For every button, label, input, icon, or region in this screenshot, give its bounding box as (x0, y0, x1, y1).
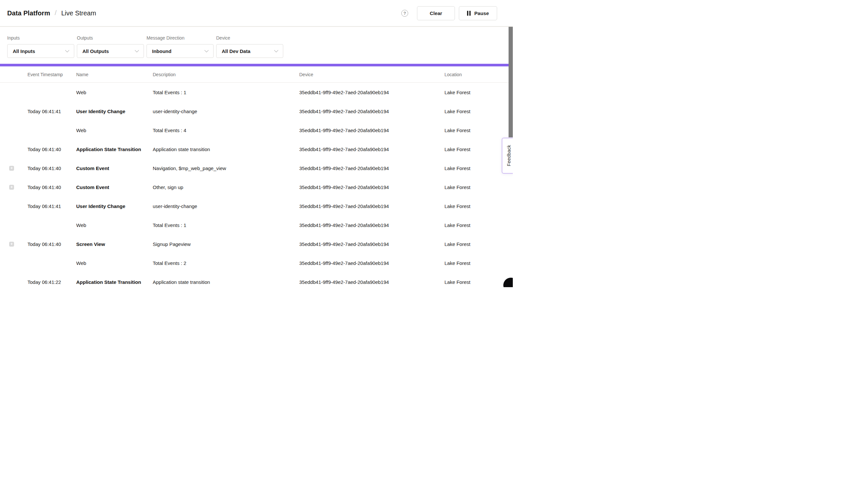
feedback-tab[interactable]: Feedback (502, 138, 513, 174)
event-device-id: 35eddb41-9ff9-49e2-7aed-20afa90eb194 (299, 147, 444, 152)
chevron-down-icon (65, 48, 69, 52)
filter-dropdown-message-direction[interactable]: Inbound (147, 44, 214, 58)
scrollbar-thumb[interactable] (508, 27, 513, 138)
event-name: Web (76, 90, 153, 95)
event-timestamp: Today 06:41:40 (28, 184, 76, 190)
event-name: Screen View (76, 241, 153, 247)
event-location: Lake Forest (444, 260, 513, 266)
event-device-id: 35eddb41-9ff9-49e2-7aed-20afa90eb194 (299, 260, 444, 266)
event-description: Total Events : 1 (153, 222, 299, 228)
event-description: user-identity-change (153, 204, 299, 209)
table-row: +Today 06:41:40Custom EventOther, sign u… (0, 178, 513, 196)
event-device-id: 35eddb41-9ff9-49e2-7aed-20afa90eb194 (299, 279, 444, 285)
table-body: WebTotal Events : 135eddb41-9ff9-49e2-7a… (0, 83, 513, 287)
page-title: Live Stream (61, 9, 96, 17)
table-row: WebTotal Events : 135eddb41-9ff9-49e2-7a… (0, 215, 513, 235)
expand-cell: + (0, 242, 28, 247)
filter-group-outputs: OutputsAll Outputs (77, 35, 144, 58)
breadcrumb-data-platform[interactable]: Data Platform (7, 9, 50, 17)
expand-cell: + (0, 185, 28, 190)
event-timestamp: Today 06:41:22 (28, 279, 76, 285)
filter-dropdown-device[interactable]: All Dev Data (216, 44, 283, 58)
event-location: Lake Forest (444, 184, 513, 190)
event-device-id: 35eddb41-9ff9-49e2-7aed-20afa90eb194 (299, 90, 444, 95)
page-header: Data Platform / Live Stream ? Clear Paus… (0, 0, 513, 27)
column-header-description: Description (153, 72, 299, 77)
event-timestamp: Today 06:41:41 (28, 204, 76, 209)
table-row: WebTotal Events : 135eddb41-9ff9-49e2-7a… (0, 83, 513, 102)
filter-label-outputs: Outputs (77, 35, 144, 41)
event-name: Application State Transition (76, 147, 153, 152)
event-device-id: 35eddb41-9ff9-49e2-7aed-20afa90eb194 (299, 241, 444, 247)
table-row: Today 06:41:22Application State Transiti… (0, 272, 513, 287)
table-header-row: Event TimestampNameDescriptionDeviceLoca… (0, 66, 513, 83)
table-row: Today 06:41:41User Identity Changeuser-i… (0, 196, 513, 215)
event-device-id: 35eddb41-9ff9-49e2-7aed-20afa90eb194 (299, 127, 444, 133)
filter-group-message-direction: Message DirectionInbound (147, 35, 214, 58)
filter-value-outputs: All Outputs (83, 49, 109, 54)
chevron-down-icon (205, 48, 209, 52)
clear-button[interactable]: Clear (417, 6, 455, 20)
filter-dropdown-inputs[interactable]: All Inputs (7, 44, 74, 58)
table-row: +Today 06:41:40Screen ViewSignup Pagevie… (0, 235, 513, 253)
expand-cell: + (0, 166, 28, 171)
column-header-name: Name (76, 72, 153, 77)
event-timestamp: Today 06:41:40 (28, 241, 76, 247)
column-header-location: Location (444, 72, 513, 77)
feedback-tab-label: Feedback (506, 145, 512, 166)
event-name: Custom Event (76, 184, 153, 190)
expand-plus-icon[interactable]: + (9, 166, 14, 171)
filter-group-inputs: InputsAll Inputs (7, 35, 74, 58)
filter-dropdown-outputs[interactable]: All Outputs (77, 44, 144, 58)
event-description: Application state transition (153, 279, 299, 285)
pause-button-label: Pause (474, 10, 489, 16)
event-timestamp: Today 06:41:40 (28, 165, 76, 171)
filter-value-inputs: All Inputs (13, 49, 35, 54)
expand-plus-icon[interactable]: + (9, 242, 14, 247)
event-timestamp: Today 06:41:41 (28, 109, 76, 114)
event-location: Lake Forest (444, 90, 513, 95)
filter-group-device: DeviceAll Dev Data (216, 35, 283, 58)
help-icon[interactable]: ? (401, 10, 408, 17)
event-name: Web (76, 222, 153, 228)
filter-label-device: Device (216, 35, 283, 41)
filter-label-message-direction: Message Direction (147, 35, 214, 41)
event-device-id: 35eddb41-9ff9-49e2-7aed-20afa90eb194 (299, 109, 444, 114)
chevron-down-icon (274, 48, 278, 52)
event-device-id: 35eddb41-9ff9-49e2-7aed-20afa90eb194 (299, 204, 444, 209)
event-name: User Identity Change (76, 109, 153, 114)
column-header-event-timestamp: Event Timestamp (28, 72, 76, 77)
event-location: Lake Forest (444, 241, 513, 247)
chevron-down-icon (135, 48, 139, 52)
filter-label-inputs: Inputs (7, 35, 74, 41)
pause-button[interactable]: Pause (459, 6, 497, 20)
header-actions: ? Clear Pause (401, 6, 497, 20)
event-location: Lake Forest (444, 109, 513, 114)
event-device-id: 35eddb41-9ff9-49e2-7aed-20afa90eb194 (299, 222, 444, 228)
event-name: Web (76, 260, 153, 266)
table-row: WebTotal Events : 235eddb41-9ff9-49e2-7a… (0, 253, 513, 272)
event-device-id: 35eddb41-9ff9-49e2-7aed-20afa90eb194 (299, 184, 444, 190)
event-name: Custom Event (76, 165, 153, 171)
filter-value-device: All Dev Data (222, 49, 250, 54)
event-description: Application state transition (153, 147, 299, 152)
event-description: Signup Pageview (153, 241, 299, 247)
filters-bar: InputsAll InputsOutputsAll OutputsMessag… (0, 27, 513, 58)
table-row: Today 06:41:41User Identity Changeuser-i… (0, 102, 513, 121)
column-header-device: Device (299, 72, 444, 77)
expand-plus-icon[interactable]: + (9, 185, 14, 190)
event-description: Other, sign up (153, 184, 299, 190)
pause-icon (467, 11, 471, 16)
table-row: +Today 06:41:40Custom EventNavigation, $… (0, 159, 513, 178)
event-location: Lake Forest (444, 279, 513, 285)
breadcrumb-separator: / (55, 9, 57, 17)
event-location: Lake Forest (444, 222, 513, 228)
accent-divider (0, 64, 513, 66)
filter-value-message-direction: Inbound (152, 49, 172, 54)
event-description: Total Events : 4 (153, 127, 299, 133)
live-stream-page: Data Platform / Live Stream ? Clear Paus… (0, 0, 513, 287)
event-name: Application State Transition (76, 279, 153, 285)
event-location: Lake Forest (444, 127, 513, 133)
breadcrumb: Data Platform / Live Stream (7, 9, 96, 17)
event-location: Lake Forest (444, 204, 513, 209)
